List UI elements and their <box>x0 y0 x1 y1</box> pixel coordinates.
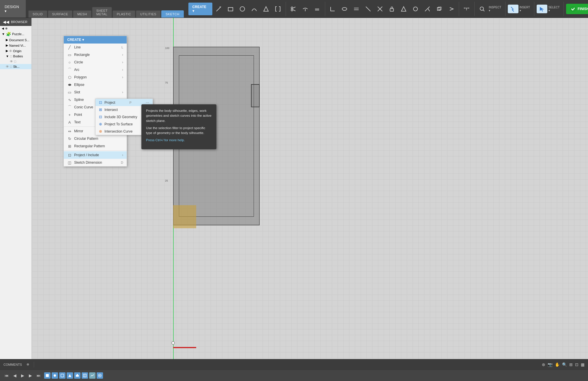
conic-icon: ⌒ <box>67 105 72 110</box>
svg-rect-1 <box>228 7 233 11</box>
project-submenu-icon: ⊡ <box>99 100 102 105</box>
menu-item-circular-pattern[interactable]: ↻ Circular Pattern <box>64 135 127 142</box>
status-bar: COMMENTS ⊕ ⊛ 📷 ✋ 🔍 ⊞ ⊡ ▦ <box>0 359 588 369</box>
timeline-item-5[interactable] <box>74 372 80 379</box>
timeline-play[interactable]: ▶ <box>20 372 25 379</box>
submenu-arrow-circle: › <box>122 60 123 64</box>
toolbar-groups: CREATE ▾ <box>186 0 588 18</box>
timeline-prev[interactable]: ◀ <box>12 372 18 379</box>
toolbar-rectangle[interactable] <box>225 5 236 13</box>
tab-plastic[interactable]: PLASTIC <box>113 10 135 18</box>
select-label[interactable]: SELECT ▾ <box>548 6 561 12</box>
timeline-item-7[interactable] <box>89 372 95 379</box>
finish-sketch-button[interactable]: FINISH SKETCH ▾ <box>566 4 588 14</box>
toolbar-trim[interactable] <box>288 5 299 13</box>
create-menu-header: CREATE ▾ <box>64 36 127 44</box>
menu-item-rect-pattern[interactable]: ⊞ Rectangular Pattern <box>64 142 127 150</box>
toolbar-bracket[interactable] <box>273 5 283 13</box>
svg-line-21 <box>428 8 430 11</box>
zoom-icon[interactable]: 🔍 <box>562 362 567 367</box>
timeline-item-8[interactable] <box>97 372 103 379</box>
browser-item-bodies[interactable]: ▼ □ Bodies <box>0 54 31 59</box>
camera-icon[interactable]: 📷 <box>548 362 553 367</box>
browser-item-named[interactable]: ▶ Named Vi... <box>0 43 31 48</box>
toolbar-constraint-triangle[interactable] <box>398 5 409 13</box>
ruler-75: 75 <box>165 81 168 84</box>
circular-pattern-icon: ↻ <box>67 136 72 141</box>
menu-item-rectangle[interactable]: ▭ Rectangle › <box>64 51 127 59</box>
toolbar-extend[interactable] <box>300 5 311 13</box>
timeline-item-3[interactable] <box>59 372 65 379</box>
toolbar-constraint-equal[interactable] <box>351 5 362 13</box>
submenu-arrow-arc: › <box>122 68 123 72</box>
toolbar-constraint-diag[interactable] <box>363 5 374 13</box>
intersect-icon: ⊠ <box>99 107 102 112</box>
menu-item-circle[interactable]: ○ Circle › <box>64 59 127 66</box>
create-button[interactable]: CREATE ▾ <box>188 3 212 15</box>
design-button[interactable]: DESIGN ▾ <box>0 0 26 18</box>
timeline-item-2[interactable] <box>52 372 58 379</box>
display-icon[interactable]: ⊡ <box>575 362 578 367</box>
menu-item-arc[interactable]: ⌒ Arc › <box>64 66 127 73</box>
toolbar-circle[interactable] <box>237 5 248 13</box>
svg-point-40 <box>99 375 100 376</box>
toolbar-inspect[interactable] <box>477 5 488 13</box>
menu-item-line[interactable]: ╱ Line L <box>64 44 127 51</box>
toolbar-constraint-perp[interactable] <box>422 5 433 13</box>
toolbar-line[interactable] <box>214 5 224 13</box>
browser-item-body[interactable]: 👁 □ <box>0 59 31 64</box>
toolbar-arrow[interactable] <box>446 5 456 13</box>
canvas-area[interactable]: 100 75 50 25 CREATE ▾ ╱ Line L <box>32 18 588 359</box>
toolbar-constraint-x[interactable] <box>375 5 385 13</box>
tab-sheet-metal[interactable]: SHEET METAL <box>92 7 112 18</box>
timeline-item-6[interactable] <box>82 372 88 379</box>
grid-icon[interactable]: ⊞ <box>569 362 573 367</box>
toolbar-offset[interactable] <box>312 5 323 13</box>
timeline-next-end[interactable]: ⏭ <box>35 372 42 379</box>
timeline-bar: ⏮ ◀ ▶ ▶ ⏭ <box>0 369 588 381</box>
browser-header[interactable]: ◀◀ BROWSER <box>0 18 31 26</box>
orbit-icon[interactable]: ⊛ <box>542 362 545 367</box>
toolbar-polygon[interactable] <box>261 5 271 13</box>
browser-item-sketch[interactable]: 👁 □ Sk... <box>0 64 31 69</box>
menu-item-sketch-dimension[interactable]: ◫ Sketch Dimension D <box>64 159 127 166</box>
toolbar-lock[interactable] <box>387 5 397 13</box>
pan-icon[interactable]: ✋ <box>555 362 560 367</box>
insert-label[interactable]: INSERT ▾ <box>520 6 532 12</box>
toolbar-dimension[interactable] <box>461 5 472 13</box>
toolbar-arc[interactable] <box>249 5 260 13</box>
menu-item-polygon[interactable]: ⬡ Polygon › <box>64 73 127 81</box>
tab-sketch[interactable]: SKETCH <box>161 10 184 18</box>
svg-line-14 <box>366 7 370 11</box>
tab-solid[interactable]: SOLID <box>28 10 47 18</box>
timeline-next[interactable]: ▶ <box>28 372 33 379</box>
tab-area: SOLID SURFACE MESH SHEET METAL PLASTIC U… <box>26 0 186 18</box>
menu-item-project-include[interactable]: ⊡ Project / Include › <box>64 151 127 159</box>
toolbar-constraint-circle[interactable] <box>339 5 350 13</box>
tab-surface[interactable]: SURFACE <box>48 10 72 18</box>
menu-item-slot[interactable]: ▭ Slot › <box>64 88 127 96</box>
comments-icon[interactable]: ⊕ <box>27 363 29 366</box>
tab-mesh[interactable]: MESH <box>73 10 91 18</box>
tooltip-line-2: Use the selection filter to project spec… <box>146 126 212 136</box>
browser-expand-all[interactable]: ◀ ⊕ <box>0 26 31 31</box>
toolbar-select[interactable] <box>537 5 547 13</box>
toolbar-insert[interactable] <box>508 5 518 13</box>
browser-title: BROWSER <box>11 20 27 24</box>
timeline-item-4[interactable] <box>67 372 73 379</box>
layout-icon[interactable]: ▦ <box>581 362 585 367</box>
browser-item-doc[interactable]: ▶ Document S... <box>0 37 31 43</box>
menu-item-ellipse[interactable]: ⬬ Ellipse <box>64 81 127 88</box>
inspect-label[interactable]: INSPECT ▾ <box>489 6 503 12</box>
svg-point-30 <box>570 6 576 12</box>
browser-item-origin[interactable]: ▶ ⊕ Origin <box>0 48 31 54</box>
timeline-item-1[interactable] <box>44 372 50 379</box>
toolbar-constraint-circle2[interactable] <box>410 5 421 13</box>
toolbar-constraint-l[interactable] <box>327 5 338 13</box>
tab-utilities[interactable]: UTILITIES <box>136 10 161 18</box>
timeline-prev-end[interactable]: ⏮ <box>3 372 10 379</box>
browser-item-puzzle[interactable]: ▼ 🧩 Puzzle... <box>0 31 31 37</box>
tooltip-help: Press Ctrl+/ for more help. <box>146 138 212 143</box>
toolbar-expand[interactable] <box>434 5 445 13</box>
project-more-icon: ⋯ <box>146 101 149 105</box>
